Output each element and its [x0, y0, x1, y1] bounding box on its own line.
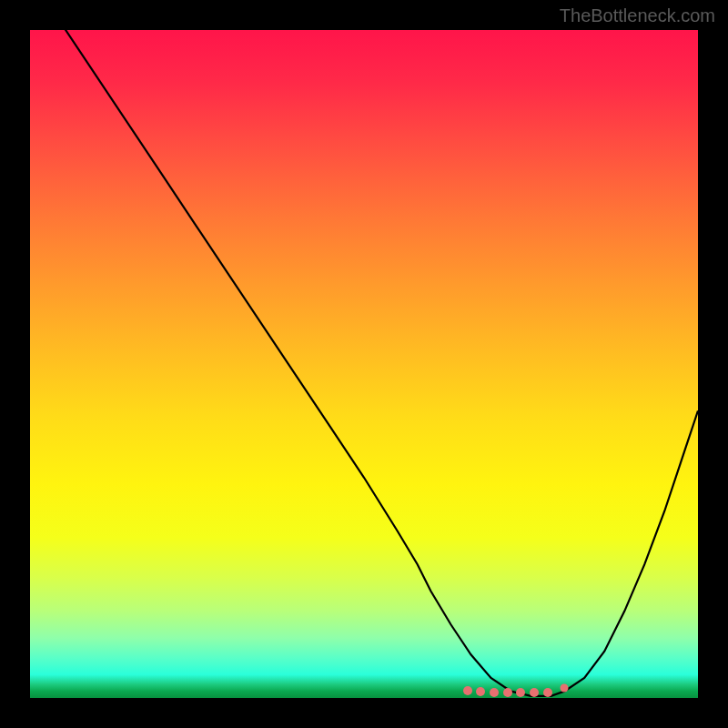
- marker-dot: [490, 688, 499, 697]
- watermark-text: TheBottleneck.com: [560, 5, 715, 26]
- marker-dot: [530, 688, 539, 697]
- marker-dot: [543, 688, 552, 697]
- marker-dot: [516, 688, 525, 697]
- marker-dot: [561, 683, 569, 692]
- optimal-range-dots: [30, 30, 698, 698]
- chart-plot-area: [30, 30, 698, 698]
- marker-dot: [463, 686, 472, 695]
- marker-dot: [503, 688, 512, 697]
- marker-dot: [476, 687, 485, 696]
